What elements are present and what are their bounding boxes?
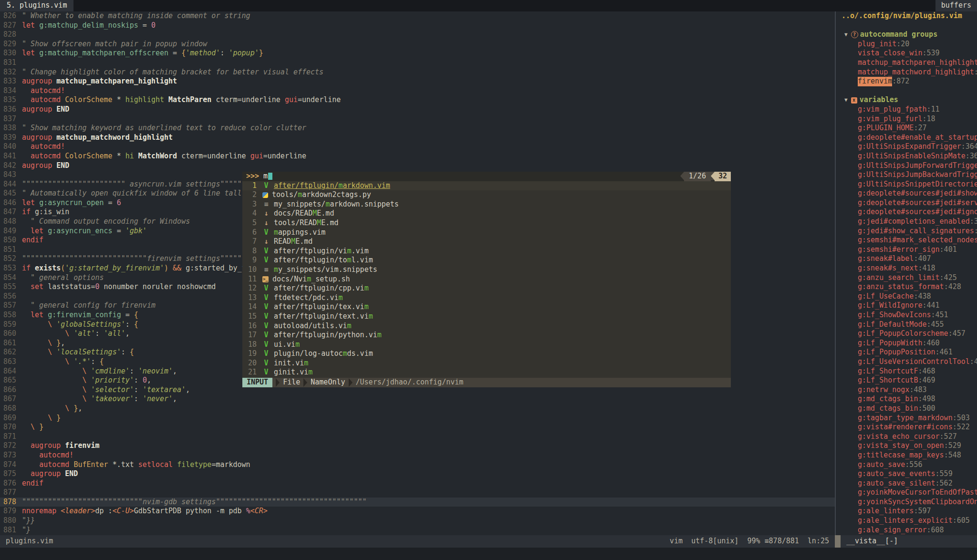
vista-item[interactable]: g:auto_save_events:559 xyxy=(842,469,977,479)
vista-item[interactable]: g:sneak#label:407 xyxy=(842,254,977,264)
vista-item[interactable]: g:semshi#error_sign:401 xyxy=(842,245,977,255)
code-line[interactable]: 834 autocmd! xyxy=(0,86,835,96)
file-row[interactable]: 5↓tools/README.md xyxy=(242,218,731,228)
file-row[interactable]: 9Vafter/ftplugin/toml.vim xyxy=(242,256,731,265)
code-line[interactable]: 837 xyxy=(0,114,835,124)
code-line[interactable]: 879nnoremap <leader>dp :<C-U>GdbStartPDB… xyxy=(0,507,835,516)
code-line[interactable]: 829" Show offscreen match pair in popup … xyxy=(0,40,835,49)
vista-item[interactable]: g:Lf_ShortcutF:468 xyxy=(842,367,977,376)
code-line[interactable]: 841 autocmd ColorScheme * hi MatchWord c… xyxy=(0,152,835,161)
vista-item[interactable]: g:Lf_DefaultMode:455 xyxy=(842,320,977,330)
vista-item[interactable]: g:Lf_PopupPosition:461 xyxy=(842,348,977,357)
buffers-label[interactable]: buffers xyxy=(935,0,977,11)
code-line[interactable]: 836augroup END xyxy=(0,105,835,114)
vista-item[interactable]: g:auto_save:556 xyxy=(842,460,977,470)
vista-item[interactable]: g:deoplete#sources#jedi#igno xyxy=(842,207,977,217)
code-line[interactable]: 876endif xyxy=(0,479,835,488)
vista-item[interactable]: g:deoplete#sources#jedi#serv xyxy=(842,198,977,208)
vista-item[interactable]: g:Lf_UseVersionControlTool:4 xyxy=(842,357,977,367)
vista-item[interactable]: g:md_ctags_bin:500 xyxy=(842,404,977,414)
file-row[interactable]: 2tools/markdown2ctags.py xyxy=(242,190,731,200)
vista-item[interactable]: g:UltiSnipsExpandTrigger:364 xyxy=(842,142,977,152)
file-row[interactable]: 17Vafter/ftplugin/python.vim xyxy=(242,331,731,340)
vista-item[interactable]: g:vista_echo_cursor:527 xyxy=(842,432,977,442)
vista-item[interactable]: plug_init:20 xyxy=(842,40,977,49)
file-row[interactable]: 16Vautoload/utils.vim xyxy=(242,321,731,331)
code-line[interactable]: 831 xyxy=(0,58,835,68)
code-line[interactable]: 870 \ } xyxy=(0,423,835,432)
vista-item[interactable]: g:vista_stay_on_open:529 xyxy=(842,441,977,451)
vista-item[interactable]: g:Lf_ShortcutB:469 xyxy=(842,376,977,385)
code-line[interactable]: 835 autocmd ColorScheme * highlight Matc… xyxy=(0,95,835,105)
vista-item[interactable]: vista_close_win:539 xyxy=(842,49,977,58)
file-row[interactable]: 21Vginit.vim xyxy=(242,368,731,377)
vista-item[interactable]: g:UltiSnipsJumpForwardTrigge xyxy=(842,161,977,171)
file-row[interactable]: 10≡my_snippets/vim.snippets xyxy=(242,265,731,275)
vista-item[interactable]: g:UltiSnipsEnableSnipMate:36 xyxy=(842,152,977,161)
vista-item[interactable]: g:jedi#show_call_signatures: xyxy=(842,227,977,236)
vista-item[interactable]: g:deoplete#enable_at_startup xyxy=(842,133,977,143)
code-line[interactable]: 868 \ }, xyxy=(0,404,835,414)
file-row[interactable]: 18Vui.vim xyxy=(242,340,731,350)
file-row[interactable]: 13Vftdetect/pdc.vim xyxy=(242,293,731,303)
vista-item[interactable]: g:sneak#s_next:418 xyxy=(842,264,977,273)
vista-item[interactable]: g:anzu_search_limit:425 xyxy=(842,273,977,283)
vista-item[interactable]: g:deoplete#sources#jedi#show xyxy=(842,189,977,198)
code-line[interactable]: 867 \ 'takeover': 'never', xyxy=(0,394,835,404)
vista-item[interactable]: g:Lf_WildIgnore:441 xyxy=(842,301,977,311)
code-line[interactable]: 874 autocmd BufEnter *.txt setlocal file… xyxy=(0,460,835,470)
code-line[interactable]: 839augroup matchup_matchword_highlight xyxy=(0,133,835,143)
code-line[interactable]: 875 augroup END xyxy=(0,469,835,479)
vista-item[interactable]: g:md_ctags_bin:498 xyxy=(842,394,977,404)
code-line[interactable]: 830let g:matchup_matchparen_offscreen = … xyxy=(0,49,835,58)
code-line[interactable]: 873 autocmd! xyxy=(0,451,835,460)
file-row[interactable]: 3≡my_snippets/markdown.snippets xyxy=(242,200,731,209)
code-line[interactable]: 878""""""""""""""""""""""""""""nvim-gdb … xyxy=(0,498,835,507)
vista-item[interactable]: g:vista#renderer#icons:522 xyxy=(842,423,977,432)
code-line[interactable]: 872 augroup firenvim xyxy=(0,441,835,451)
code-line[interactable]: 838" Show matching keyword as underlined… xyxy=(0,124,835,133)
code-line[interactable]: 826" Whether to enable matching inside c… xyxy=(0,11,835,21)
file-row[interactable]: 11>_docs/Nvim_setup.sh xyxy=(242,275,731,284)
command-line[interactable] xyxy=(0,548,977,560)
vista-item[interactable]: g:UltiSnipsSnippetDirectorie xyxy=(842,180,977,189)
code-line[interactable]: 833augroup matchup_matchparen_highlight xyxy=(0,77,835,86)
code-line[interactable]: 871 xyxy=(0,432,835,442)
file-row[interactable]: 14Vafter/ftplugin/tex.vim xyxy=(242,302,731,312)
file-row[interactable]: 6Vmappings.vim xyxy=(242,228,731,238)
tab-plugins-vim[interactable]: 5. plugins.vim xyxy=(0,0,73,11)
vista-item[interactable]: g:Lf_PopupWidth:460 xyxy=(842,339,977,348)
vista-item[interactable]: g:semshi#mark_selected_nodes xyxy=(842,236,977,245)
code-line[interactable]: 840 autocmd! xyxy=(0,142,835,152)
vista-item[interactable]: g:vim_plug_furl:18 xyxy=(842,114,977,124)
vista-item[interactable]: g:ale_linters:597 xyxy=(842,507,977,516)
vista-item[interactable]: g:UltiSnipsJumpBackwardTrigg xyxy=(842,170,977,180)
vista-item[interactable]: g:Lf_ShowDevIcons:451 xyxy=(842,311,977,320)
file-row[interactable]: 4↓docs/README.md xyxy=(242,209,731,218)
vista-item[interactable]: g:netrw_nogx:483 xyxy=(842,385,977,395)
file-row[interactable]: 19Vplugin/log-autocmds.vim xyxy=(242,349,731,359)
vista-item[interactable]: g:vim_plug_fpath:11 xyxy=(842,105,977,114)
vista-item[interactable]: g:titlecase_map_keys:548 xyxy=(842,451,977,460)
code-line[interactable]: 881"} xyxy=(0,526,835,535)
file-row[interactable]: 20Vinit.vim xyxy=(242,359,731,368)
vista-item[interactable]: g:ale_linters_explicit:605 xyxy=(842,516,977,526)
vista-item[interactable]: firenvim:872 xyxy=(842,77,977,86)
vista-item[interactable]: g:Lf_PopupColorscheme:457 xyxy=(842,329,977,339)
code-line[interactable]: 828 xyxy=(0,30,835,40)
vista-item[interactable]: g:yoinkMoveCursorToEndOfPast xyxy=(842,488,977,498)
code-line[interactable]: 827let g:matchup_delim_noskips = 0 xyxy=(0,21,835,31)
vista-item[interactable]: g:anzu_status_format:428 xyxy=(842,282,977,292)
vista-item[interactable]: g:PLUGIN_HOME:27 xyxy=(842,124,977,133)
file-row[interactable]: 7↓README.md xyxy=(242,237,731,247)
vista-item[interactable]: g:jedi#completions_enabled:3 xyxy=(842,217,977,227)
leaderf-input-line[interactable]: >>> m 1/26 32 xyxy=(242,172,731,181)
vista-item[interactable]: matchup_matchparen_highlight xyxy=(842,58,977,68)
code-line[interactable]: 880"}} xyxy=(0,516,835,526)
search-input[interactable]: m xyxy=(259,172,268,181)
file-row[interactable]: 15Vafter/ftplugin/text.vim xyxy=(242,312,731,321)
vista-item[interactable]: g:Lf_UseCache:438 xyxy=(842,292,977,301)
vista-item[interactable]: g:ale_sign_error:608 xyxy=(842,526,977,535)
file-row[interactable]: 8Vafter/ftplugin/vim.vim xyxy=(242,247,731,256)
file-row[interactable]: 12Vafter/ftplugin/cpp.vim xyxy=(242,284,731,293)
